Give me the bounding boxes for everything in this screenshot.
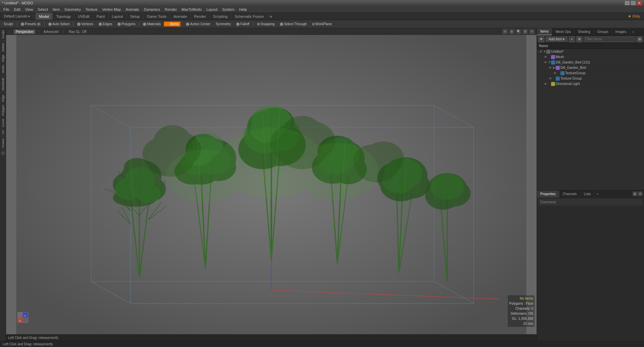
snapping-button[interactable]: ⊞ Snapping <box>255 21 277 27</box>
item-vis-eye[interactable]: 👁 <box>543 60 548 65</box>
viewport-icon-3[interactable]: 🔍 <box>516 29 521 34</box>
viewport-drag-handle[interactable]: ⋮ <box>8 30 11 33</box>
item-expand-triangle[interactable] <box>557 72 560 75</box>
filter-items-input[interactable] <box>584 37 635 42</box>
item-vis-eye[interactable]: 👁 <box>538 49 543 54</box>
items-tool-settings[interactable]: ⚙ <box>576 36 582 42</box>
bottom-expand-btn[interactable]: ⊞ <box>633 191 637 196</box>
tab-shading[interactable]: Shading <box>575 28 594 35</box>
add-tab-button[interactable]: + <box>268 13 275 20</box>
visibility-toggle[interactable]: 👁 <box>538 36 544 42</box>
item-expand-triangle[interactable] <box>552 77 556 80</box>
item-row[interactable]: 👁 ▼ Untitled* <box>537 49 644 54</box>
menu-dynamics[interactable]: Dynamics <box>142 7 162 12</box>
left-tool-fusion[interactable]: Fusion <box>1 137 5 149</box>
sculpt-button[interactable]: Sculpt <box>1 21 15 27</box>
tab-game-tools[interactable]: Game Tools <box>143 13 170 20</box>
items-list[interactable]: 👁 ▼ Untitled* 👁 Mesh 👁 ▼ Dill_Garden_Bed… <box>537 49 644 190</box>
left-tool-dot[interactable] <box>1 151 5 155</box>
viewport-perspective-tab[interactable]: Perspective <box>14 30 35 34</box>
item-vis-eye[interactable]: 👁 <box>543 82 548 86</box>
item-row[interactable]: 👁 ▶ Dill_Garden_Bed <box>537 65 644 71</box>
menu-maxtomodo[interactable]: MaxToModo <box>180 7 204 12</box>
viewport-advanced-tab[interactable]: Advanced <box>42 30 60 34</box>
menu-help[interactable]: Help <box>237 7 249 12</box>
tab-topology[interactable]: Topology <box>53 13 75 20</box>
vertices-button[interactable]: Vertices <box>75 21 96 27</box>
falloff-button[interactable]: Falloff <box>234 21 252 27</box>
item-vis-eye[interactable]: 👁 <box>552 71 557 76</box>
items-button[interactable]: Items <box>164 21 181 27</box>
presets-button[interactable]: Presets F <box>18 21 43 27</box>
add-item-button[interactable]: Add Item ▾ <box>546 37 567 42</box>
left-tool-curve[interactable]: Curve <box>1 118 5 128</box>
tab-layout[interactable]: Layout <box>109 13 127 20</box>
left-tool-delete[interactable]: Delete <box>1 42 5 53</box>
tab-model[interactable]: Model <box>36 13 53 20</box>
polygons-button[interactable]: Polygons <box>115 21 138 27</box>
menu-item[interactable]: Item <box>51 7 62 12</box>
item-row[interactable]: 👁 Texture Group <box>537 76 644 81</box>
menu-animate[interactable]: Animate <box>123 7 141 12</box>
left-tool-sculpt[interactable]: Sculpt <box>1 29 5 40</box>
select-through-button[interactable]: Select Through <box>278 21 309 27</box>
menu-system[interactable]: System <box>220 7 237 12</box>
tab-paint[interactable]: Paint <box>93 13 109 20</box>
left-tool-edge[interactable]: Edge <box>1 53 5 63</box>
item-vis-eye[interactable]: 👁 <box>548 76 552 81</box>
items-tool-add-icon[interactable]: + <box>569 36 575 42</box>
item-expand-triangle[interactable]: ▶ <box>552 66 556 70</box>
item-row[interactable]: 👁 Directional Light <box>537 81 644 87</box>
item-expand-triangle[interactable]: ▼ <box>543 50 546 53</box>
item-expand-triangle[interactable]: ▼ <box>548 61 551 64</box>
auto-select-button[interactable]: Auto Select <box>46 21 72 27</box>
item-expand-triangle[interactable] <box>548 55 551 59</box>
left-tool-vertex[interactable]: Vertex <box>1 63 5 75</box>
viewport-icon-1[interactable]: ⟳ <box>502 29 508 34</box>
item-row[interactable]: 👁 ▼ Dill_Garden_Bed (131) <box>537 60 644 65</box>
default-layouts-dropdown[interactable]: Default Layouts ▾ <box>1 13 33 20</box>
symmetry-button[interactable]: Symmetry <box>213 21 233 27</box>
item-expand-triangle[interactable] <box>548 82 551 86</box>
left-tool-uv[interactable]: UV <box>1 129 5 136</box>
left-tool-meshedit[interactable]: MeshEdit <box>1 77 5 92</box>
item-row[interactable]: 👁 TextureGroup <box>537 71 644 76</box>
tab-channels[interactable]: Channels <box>559 190 581 198</box>
add-right-tab[interactable]: + <box>630 28 636 35</box>
tab-scripting[interactable]: Scripting <box>210 13 231 20</box>
menu-view[interactable]: View <box>23 7 35 12</box>
tab-lists[interactable]: Lists <box>581 190 595 198</box>
action-center-button[interactable]: Action Center <box>184 21 213 27</box>
menu-layout[interactable]: Layout <box>204 7 219 12</box>
tab-mesh-ops[interactable]: Mesh Ops <box>552 28 575 35</box>
add-bottom-tab[interactable]: + <box>594 190 600 198</box>
tab-groups[interactable]: Groups <box>594 28 612 35</box>
scene-canvas[interactable]: X Y No Items Polygons : Face Channels: 0… <box>6 35 537 334</box>
tab-render[interactable]: Render <box>191 13 210 20</box>
tab-items[interactable]: Items <box>537 28 552 35</box>
maximize-button[interactable]: □ <box>631 1 636 5</box>
minimize-button[interactable]: ─ <box>625 1 630 5</box>
tab-animate[interactable]: Animate <box>170 13 191 20</box>
viewport-area[interactable]: ⋮ Perspective | Advanced | Ray GL: Off ⟳… <box>6 28 537 341</box>
menu-geometry[interactable]: Geometry <box>62 7 83 12</box>
edges-button[interactable]: Edges <box>96 21 114 27</box>
menu-edit[interactable]: Edit <box>12 7 22 12</box>
item-vis-eye[interactable]: 👁 <box>543 55 548 59</box>
bottom-settings-btn[interactable]: ✕ <box>638 191 643 196</box>
items-tool-expand[interactable]: ⊞ <box>637 36 643 42</box>
tab-uvedit[interactable]: UVEdit <box>75 13 93 20</box>
left-tool-polygon[interactable]: Polygon <box>1 103 5 117</box>
viewport-icon-4[interactable]: ⚙ <box>523 29 528 34</box>
menu-vertex-map[interactable]: Vertex Map <box>100 7 123 12</box>
item-row[interactable]: 👁 Mesh <box>537 54 644 60</box>
menu-select[interactable]: Select <box>36 7 50 12</box>
workplane-button[interactable]: ⊟ WorkPlane <box>310 21 334 27</box>
left-tool-edge2[interactable]: Edge <box>1 93 5 103</box>
tab-properties[interactable]: Properties <box>537 190 559 198</box>
menu-render[interactable]: Render <box>163 7 179 12</box>
item-vis-eye[interactable]: 👁 <box>548 66 552 70</box>
menu-texture[interactable]: Texture <box>84 7 100 12</box>
viewport-icon-2[interactable]: ⊕ <box>509 29 514 34</box>
materials-button[interactable]: Materials <box>141 21 163 27</box>
